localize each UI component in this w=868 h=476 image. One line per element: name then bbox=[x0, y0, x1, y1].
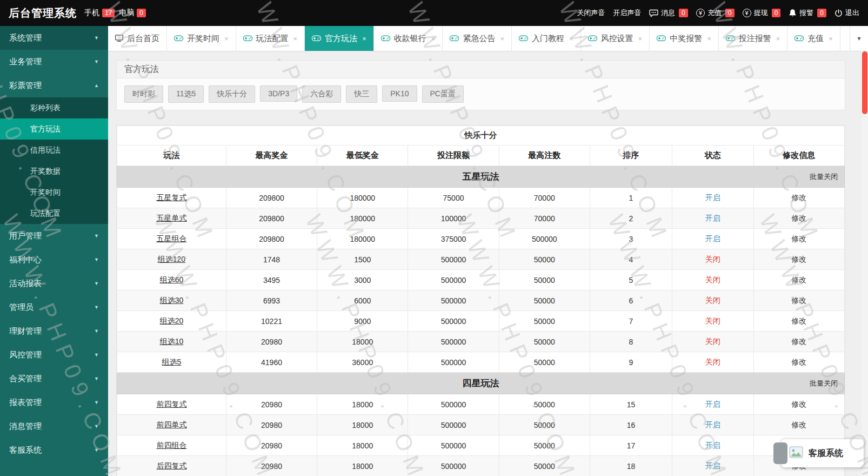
tab-item[interactable]: 收款银行× bbox=[374, 26, 443, 51]
tab-item[interactable]: 后台首页 bbox=[108, 26, 167, 51]
sidebar-subitem[interactable]: 官方玩法 bbox=[0, 118, 108, 140]
tab-close-icon[interactable]: × bbox=[362, 35, 366, 43]
phone-online-indicator[interactable]: 手机 17 bbox=[84, 8, 119, 18]
game-type-button[interactable]: PK10 bbox=[382, 85, 417, 102]
status-toggle-link[interactable]: 开启 bbox=[705, 400, 720, 408]
sidebar-item[interactable]: 彩票管理▲ bbox=[0, 74, 108, 97]
tab-item[interactable]: 紧急公告× bbox=[443, 26, 512, 51]
play-name-link[interactable]: 前四复式 bbox=[156, 400, 186, 408]
tab-close-icon[interactable]: × bbox=[829, 35, 833, 43]
tab-close-icon[interactable]: × bbox=[431, 35, 436, 43]
tab-close-icon[interactable]: × bbox=[707, 35, 711, 43]
edit-link[interactable]: 修改 bbox=[791, 337, 806, 346]
tab-item[interactable]: 中奖报警× bbox=[650, 26, 719, 51]
tab-close-icon[interactable]: × bbox=[293, 35, 298, 43]
recharge-button[interactable]: ¥ 充值 0 bbox=[696, 8, 735, 18]
play-name-link[interactable]: 组选5 bbox=[162, 358, 182, 366]
play-name-link[interactable]: 前四单式 bbox=[156, 420, 186, 429]
edit-link[interactable]: 修改 bbox=[791, 255, 806, 263]
sidebar-item[interactable]: 理财管理▼ bbox=[0, 319, 108, 343]
customer-service-widget[interactable]: 客服系统 bbox=[782, 439, 864, 467]
sidebar-item[interactable]: 消息管理▼ bbox=[0, 414, 108, 438]
game-type-button[interactable]: 3D/P3 bbox=[260, 85, 297, 102]
play-name-link[interactable]: 五星复式 bbox=[156, 193, 186, 202]
game-type-button[interactable]: 时时彩 bbox=[124, 85, 163, 103]
tab-close-icon[interactable]: × bbox=[500, 35, 504, 43]
play-name-link[interactable]: 五星单式 bbox=[156, 214, 186, 222]
edit-link[interactable]: 修改 bbox=[791, 420, 806, 429]
tab-item[interactable]: 入门教程× bbox=[512, 26, 581, 51]
tab-close-icon[interactable]: × bbox=[569, 35, 573, 43]
sidebar-subitem[interactable]: 彩种列表 bbox=[0, 97, 108, 118]
play-name-link[interactable]: 后四复式 bbox=[156, 461, 186, 470]
play-name-link[interactable]: 五星组合 bbox=[156, 234, 186, 243]
batch-close-link[interactable]: 批量关闭 bbox=[810, 172, 838, 182]
sidebar-item[interactable]: 合买管理▼ bbox=[0, 367, 108, 391]
sidebar-subitem[interactable]: 开奖数据 bbox=[0, 161, 108, 182]
tab-item[interactable]: 充值× bbox=[787, 26, 840, 51]
game-type-button[interactable]: PC蛋蛋 bbox=[422, 85, 464, 103]
alarm-button[interactable]: 报警 0 bbox=[789, 8, 826, 18]
sidebar-item[interactable]: 系统管理▼ bbox=[0, 26, 108, 50]
tab-close-icon[interactable]: × bbox=[638, 35, 643, 43]
edit-link[interactable]: 修改 bbox=[791, 296, 806, 305]
sidebar-item[interactable]: 风控管理▼ bbox=[0, 343, 108, 367]
play-name-link[interactable]: 组选20 bbox=[160, 316, 184, 325]
status-toggle-link[interactable]: 关闭 bbox=[705, 296, 720, 305]
sidebar-item[interactable]: 用户管理▼ bbox=[0, 224, 108, 248]
sidebar-item[interactable]: 报表管理▼ bbox=[0, 391, 108, 414]
status-toggle-link[interactable]: 开启 bbox=[705, 214, 720, 222]
play-name-link[interactable]: 前四组合 bbox=[156, 441, 186, 449]
play-name-link[interactable]: 组选10 bbox=[160, 337, 184, 346]
sound-off-link[interactable]: 关闭声音 bbox=[577, 8, 605, 18]
sound-on-link[interactable]: 开启声音 bbox=[613, 8, 641, 18]
edit-link[interactable]: 修改 bbox=[791, 234, 806, 243]
tab-item[interactable]: 玩法配置× bbox=[236, 26, 305, 51]
tab-item[interactable]: 风控设置× bbox=[581, 26, 650, 51]
edit-link[interactable]: 修改 bbox=[791, 316, 806, 325]
tab-item[interactable]: 官方玩法× bbox=[305, 26, 374, 51]
logout-button[interactable]: 退出 bbox=[834, 8, 859, 18]
game-type-button[interactable]: 快乐十分 bbox=[209, 85, 255, 103]
tab-item[interactable]: 开奖时间× bbox=[167, 26, 236, 51]
play-name-link[interactable]: 组选30 bbox=[160, 296, 184, 305]
scrollbar-thumb[interactable] bbox=[862, 51, 867, 114]
status-toggle-link[interactable]: 开启 bbox=[705, 193, 720, 202]
pc-online-indicator[interactable]: 电脑 0 bbox=[119, 8, 150, 18]
tab-close-icon[interactable]: × bbox=[776, 35, 780, 43]
play-name-link[interactable]: 组选120 bbox=[158, 255, 185, 263]
batch-close-link[interactable]: 批量关闭 bbox=[810, 379, 838, 388]
status-toggle-link[interactable]: 开启 bbox=[705, 420, 720, 429]
sidebar-item[interactable]: 客服系统▼ bbox=[0, 438, 108, 462]
sidebar-item[interactable]: 管理员▼ bbox=[0, 295, 108, 319]
status-toggle-link[interactable]: 关闭 bbox=[705, 275, 720, 284]
status-toggle-link[interactable]: 关闭 bbox=[705, 255, 720, 263]
game-type-button[interactable]: 六合彩 bbox=[302, 85, 341, 103]
tab-close-icon[interactable]: × bbox=[224, 35, 229, 43]
status-toggle-link[interactable]: 开启 bbox=[705, 234, 720, 243]
tab-item[interactable]: 投注报警× bbox=[719, 26, 788, 51]
status-toggle-link[interactable]: 关闭 bbox=[705, 316, 720, 325]
scrollbar[interactable] bbox=[862, 51, 868, 476]
tab-list-dropdown-button[interactable]: ▾ bbox=[850, 26, 868, 51]
edit-link[interactable]: 修改 bbox=[791, 193, 806, 202]
withdraw-button[interactable]: ¥ 提现 0 bbox=[743, 8, 781, 18]
sidebar-item[interactable]: 活动报表▼ bbox=[0, 272, 108, 295]
edit-link[interactable]: 修改 bbox=[791, 358, 806, 366]
play-name-link[interactable]: 组选60 bbox=[160, 275, 184, 284]
messages-button[interactable]: 消息 0 bbox=[649, 8, 688, 18]
status-toggle-link[interactable]: 开启 bbox=[705, 461, 720, 470]
status-toggle-link[interactable]: 关闭 bbox=[705, 358, 720, 366]
edit-link[interactable]: 修改 bbox=[791, 275, 806, 284]
sidebar-subitem[interactable]: 开奖时间 bbox=[0, 182, 108, 203]
edit-link[interactable]: 修改 bbox=[791, 400, 806, 408]
sidebar-subitem[interactable]: 信用玩法 bbox=[0, 140, 108, 161]
sidebar-item[interactable]: 福利中心▼ bbox=[0, 248, 108, 272]
game-type-button[interactable]: 11选5 bbox=[168, 85, 204, 103]
sidebar-item[interactable]: 业务管理▼ bbox=[0, 50, 108, 74]
edit-link[interactable]: 修改 bbox=[791, 214, 806, 222]
status-toggle-link[interactable]: 关闭 bbox=[705, 337, 720, 346]
game-type-button[interactable]: 快三 bbox=[346, 85, 377, 103]
status-toggle-link[interactable]: 开启 bbox=[705, 441, 720, 449]
sidebar-subitem[interactable]: 玩法配置 bbox=[0, 203, 108, 224]
